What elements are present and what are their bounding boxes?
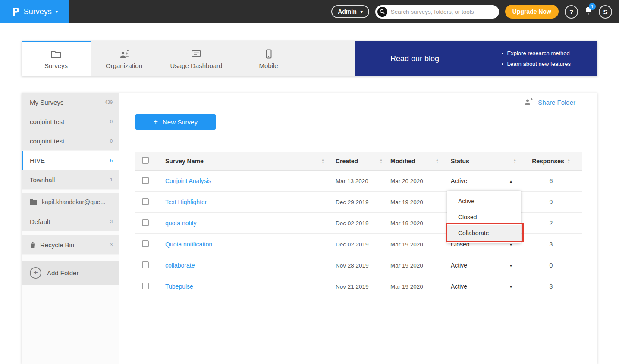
folder-count: 1 [110,177,113,182]
sidebar-item-default[interactable]: Default 3 [22,212,119,231]
status-option-active[interactable]: Active [447,193,521,209]
created-cell: Dec 02 2019 [328,220,386,227]
responses-cell: 6 [520,177,582,184]
row-checkbox[interactable] [142,219,149,226]
sidebar-item-shared-folder[interactable]: kapil.khandekar@que... [22,193,119,212]
admin-menu-label: Admin [338,8,357,15]
row-checkbox[interactable] [142,177,149,184]
folder-label: Recycle Bin [40,241,74,249]
caret-up-icon: ▴ [510,179,512,184]
table-header-row: Survey Name ▲▼ Created ▲▼ Modified ▲▼ St… [135,152,582,171]
tab-organization[interactable]: Organization [91,41,157,76]
sidebar-item-conjoint-test-2[interactable]: conjoint test 0 [22,131,119,151]
created-cell: Mar 13 2020 [328,178,386,184]
add-folder-button[interactable]: + Add Folder [22,261,119,285]
survey-name-link[interactable]: Quota notification [165,241,212,248]
chevron-down-icon: ▾ [56,9,58,14]
read-blog-link[interactable]: Read our blog [390,54,439,63]
survey-name-link[interactable]: Text Highlighter [165,199,207,205]
avatar[interactable]: S [599,5,612,19]
tab-label: Organization [106,62,142,69]
select-all-checkbox[interactable] [142,157,149,164]
survey-name-link[interactable]: quota notify [165,220,196,227]
trash-icon [30,241,36,248]
sidebar-item-hive[interactable]: HIVE 6 [22,151,119,170]
sort-icon[interactable]: ▲▼ [321,159,324,164]
responses-cell: 2 [520,220,582,227]
admin-menu[interactable]: Admin ▾ [331,5,369,18]
status-dropdown-trigger[interactable]: Active ▾ [442,262,520,269]
dashboard-icon [191,49,201,59]
modified-cell: Mar 19 2020 [386,283,442,290]
status-label: Active [451,283,467,290]
sidebar-item-conjoint-test-1[interactable]: conjoint test 0 [22,112,119,131]
header-responses: Responses [532,158,564,165]
row-checkbox[interactable] [142,198,149,205]
topbar-right: Admin ▾ Upgrade Now ? 1 S [331,0,619,23]
bullet-dot-icon [502,53,503,54]
responses-cell: 3 [520,283,582,290]
responses-cell: 3 [520,241,582,248]
row-checkbox[interactable] [142,261,149,268]
status-dropdown-menu: Active Closed Collaborate [447,191,521,243]
folder-label: Default [30,218,50,225]
global-search [375,5,499,19]
folder-count: 439 [105,100,113,105]
modified-cell: Mar 19 2020 [386,199,442,205]
sort-icon[interactable]: ▲▼ [436,159,439,164]
folder-sidebar: My Surveys 439 conjoint test 0 conjoint … [22,93,119,364]
tab-surveys[interactable]: Surveys [22,41,91,76]
folder-label: Townhall [30,176,55,184]
share-folder-label: Share Folder [538,99,575,106]
sidebar-item-my-surveys[interactable]: My Surveys 439 [22,93,119,112]
survey-name-link[interactable]: collaborate [165,262,195,269]
sort-icon[interactable]: ▲▼ [380,159,383,164]
help-button[interactable]: ? [565,5,578,19]
folder-label: My Surveys [30,99,63,106]
search-input[interactable] [391,9,495,15]
folder-label: kapil.khandekar@que... [42,199,105,205]
tab-mobile[interactable]: Mobile [235,41,302,76]
row-checkbox[interactable] [142,240,149,247]
status-option-collaborate[interactable]: Collaborate [447,225,521,241]
banner-bullets: Explore research method Learn about new … [502,50,571,67]
table-row: Tubepulse Nov 21 2019 Mar 19 2020 Active… [135,276,582,297]
sort-icon[interactable]: ▲▼ [567,159,570,164]
status-dropdown-trigger[interactable]: Active ▴ [442,177,520,184]
upgrade-now-button[interactable]: Upgrade Now [505,5,559,19]
sort-icon[interactable]: ▲▼ [513,159,516,164]
header-survey-name: Survey Name [165,158,204,165]
product-menu[interactable]: P Surveys ▾ [0,0,69,23]
mobile-icon [266,49,272,59]
table-row: Conjoint Analysis Mar 13 2020 Mar 20 202… [135,171,582,192]
status-label: Active [451,262,467,269]
survey-name-link[interactable]: Tubepulse [165,283,193,290]
tab-label: Usage Dashboard [170,62,223,69]
sidebar-item-townhall[interactable]: Townhall 1 [22,170,119,190]
status-option-closed[interactable]: Closed [447,209,521,225]
modified-cell: Mar 19 2020 [386,241,442,248]
blog-banner: Read our blog Explore research method Le… [355,41,597,76]
share-folder-button[interactable]: Share Folder [524,98,575,106]
workspace: My Surveys 439 conjoint test 0 conjoint … [22,93,597,364]
row-checkbox[interactable] [142,283,149,289]
survey-name-link[interactable]: Conjoint Analysis [165,177,211,184]
help-label: ? [569,8,573,16]
tab-label: Surveys [44,62,68,69]
folder-count: 0 [110,138,113,143]
caret-down-icon: ▾ [510,263,512,268]
new-survey-button[interactable]: + New Survey [135,114,216,130]
search-icon [377,7,387,17]
folder-label: conjoint test [30,137,64,145]
status-dropdown-trigger[interactable]: Active ▾ [442,283,520,290]
tab-usage-dashboard[interactable]: Usage Dashboard [157,41,235,76]
banner-bullet-text: Explore research method [507,50,570,56]
sidebar-item-recycle-bin[interactable]: Recycle Bin 3 [22,235,119,255]
sidebar-divider [22,231,119,235]
notifications-button[interactable]: 1 [584,6,593,17]
created-cell: Dec 02 2019 [328,241,386,248]
status-label: Active [451,177,467,184]
modified-cell: Mar 19 2020 [386,262,442,269]
responses-cell: 9 [520,199,582,205]
banner-bullet-text: Learn about new features [507,61,571,67]
